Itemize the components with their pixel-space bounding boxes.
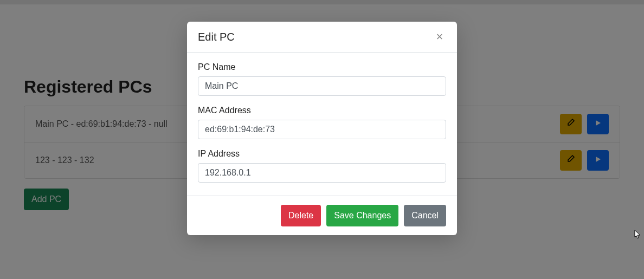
- close-button[interactable]: ×: [433, 30, 446, 43]
- delete-button[interactable]: Delete: [281, 205, 321, 226]
- modal-header: Edit PC ×: [187, 22, 457, 53]
- ip-input[interactable]: [198, 163, 446, 183]
- modal-title: Edit PC: [198, 31, 235, 43]
- pc-name-label: PC Name: [198, 62, 446, 72]
- ip-label: IP Address: [198, 149, 446, 159]
- modal-footer: Delete Save Changes Cancel: [187, 196, 457, 235]
- modal-body: PC Name MAC Address IP Address: [187, 53, 457, 196]
- mac-input[interactable]: [198, 120, 446, 139]
- form-group-pc-name: PC Name: [198, 62, 446, 96]
- pc-name-input[interactable]: [198, 76, 446, 96]
- close-icon: ×: [436, 30, 443, 44]
- form-group-mac: MAC Address: [198, 106, 446, 139]
- edit-pc-modal: Edit PC × PC Name MAC Address IP Address…: [187, 22, 457, 235]
- form-group-ip: IP Address: [198, 149, 446, 183]
- cancel-button[interactable]: Cancel: [404, 205, 446, 226]
- mac-label: MAC Address: [198, 106, 446, 115]
- save-changes-button[interactable]: Save Changes: [326, 205, 398, 226]
- modal-overlay[interactable]: Edit PC × PC Name MAC Address IP Address…: [0, 0, 644, 279]
